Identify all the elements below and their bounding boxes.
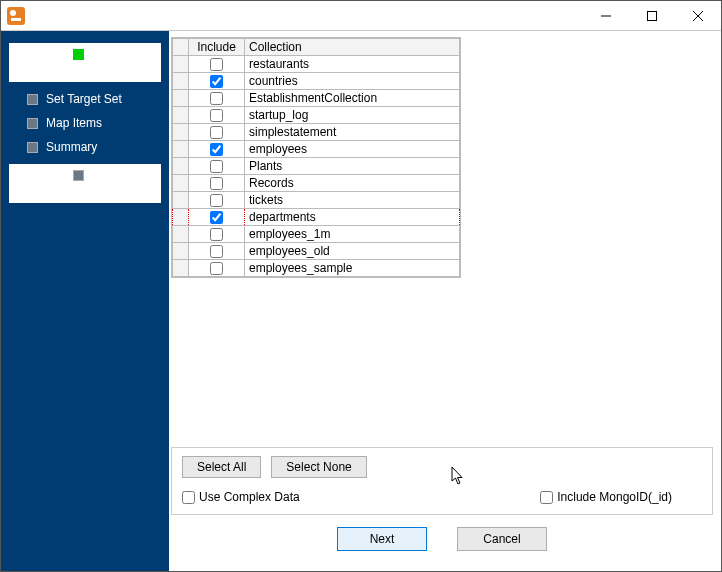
collections-table-wrap: Include Collection restaurantscountriesE… xyxy=(171,37,461,278)
include-checkbox[interactable] xyxy=(210,109,223,122)
row-header-blank xyxy=(173,39,189,56)
include-checkbox[interactable] xyxy=(210,126,223,139)
cancel-button[interactable]: Cancel xyxy=(457,527,547,551)
collection-cell[interactable]: Records xyxy=(245,175,460,192)
include-mongoid-checkbox[interactable] xyxy=(540,491,553,504)
table-row[interactable]: Records xyxy=(173,175,460,192)
include-cell[interactable] xyxy=(189,107,245,124)
include-checkbox[interactable] xyxy=(210,75,223,88)
table-row[interactable]: restaurants xyxy=(173,56,460,73)
include-cell[interactable] xyxy=(189,141,245,158)
row-handle[interactable] xyxy=(173,226,189,243)
table-row[interactable]: simplestatement xyxy=(173,124,460,141)
row-handle[interactable] xyxy=(173,243,189,260)
step-label: Convert Data xyxy=(47,181,118,195)
include-checkbox[interactable] xyxy=(210,177,223,190)
select-all-button[interactable]: Select All xyxy=(182,456,261,478)
use-complex-data-checkbox[interactable] xyxy=(182,491,195,504)
include-mongoid-option[interactable]: Include MongoID(_id) xyxy=(540,490,672,504)
row-handle[interactable] xyxy=(173,260,189,277)
table-row[interactable]: startup_log xyxy=(173,107,460,124)
include-cell[interactable] xyxy=(189,209,245,226)
main-panel: Include Collection restaurantscountriesE… xyxy=(169,31,721,571)
step-indicator-icon xyxy=(27,118,38,129)
wizard-step[interactable]: Set Target Set xyxy=(27,92,161,106)
wizard-step[interactable]: Map Items xyxy=(27,116,161,130)
maximize-button[interactable] xyxy=(629,1,675,31)
row-handle[interactable] xyxy=(173,90,189,107)
wizard-sidebar: Open Source SetSet Target SetMap ItemsSu… xyxy=(1,31,169,571)
wizard-step[interactable]: Open Source Set xyxy=(9,43,161,82)
collection-cell[interactable]: countries xyxy=(245,73,460,90)
minimize-button[interactable] xyxy=(583,1,629,31)
include-cell[interactable] xyxy=(189,175,245,192)
include-checkbox[interactable] xyxy=(210,92,223,105)
include-cell[interactable] xyxy=(189,192,245,209)
use-complex-data-option[interactable]: Use Complex Data xyxy=(182,490,300,504)
include-cell[interactable] xyxy=(189,73,245,90)
row-handle[interactable] xyxy=(173,73,189,90)
collections-table: Include Collection restaurantscountriesE… xyxy=(172,38,460,277)
collection-cell[interactable]: departments xyxy=(245,209,460,226)
titlebar xyxy=(1,1,721,31)
include-cell[interactable] xyxy=(189,226,245,243)
table-row[interactable]: EstablishmentCollection xyxy=(173,90,460,107)
wizard-step[interactable]: Convert Data xyxy=(9,164,161,203)
collection-cell[interactable]: EstablishmentCollection xyxy=(245,90,460,107)
row-handle[interactable] xyxy=(173,124,189,141)
table-row[interactable]: countries xyxy=(173,73,460,90)
include-checkbox[interactable] xyxy=(210,245,223,258)
collection-cell[interactable]: tickets xyxy=(245,192,460,209)
collection-cell[interactable]: simplestatement xyxy=(245,124,460,141)
include-checkbox[interactable] xyxy=(210,228,223,241)
row-handle[interactable] xyxy=(173,56,189,73)
include-checkbox[interactable] xyxy=(210,143,223,156)
collection-cell[interactable]: Plants xyxy=(245,158,460,175)
row-handle[interactable] xyxy=(173,107,189,124)
collection-cell[interactable]: employees_1m xyxy=(245,226,460,243)
use-complex-data-label: Use Complex Data xyxy=(199,490,300,504)
step-indicator-icon xyxy=(73,49,84,60)
table-row[interactable]: employees xyxy=(173,141,460,158)
collection-cell[interactable]: restaurants xyxy=(245,56,460,73)
svg-rect-1 xyxy=(648,11,657,20)
row-handle[interactable] xyxy=(173,192,189,209)
collection-cell[interactable]: employees xyxy=(245,141,460,158)
include-checkbox[interactable] xyxy=(210,262,223,275)
include-cell[interactable] xyxy=(189,124,245,141)
row-handle[interactable] xyxy=(173,209,189,226)
app-window: Open Source SetSet Target SetMap ItemsSu… xyxy=(0,0,722,572)
select-none-button[interactable]: Select None xyxy=(271,456,366,478)
collection-cell[interactable]: startup_log xyxy=(245,107,460,124)
include-cell[interactable] xyxy=(189,90,245,107)
include-checkbox[interactable] xyxy=(210,211,223,224)
next-button[interactable]: Next xyxy=(337,527,427,551)
include-checkbox[interactable] xyxy=(210,58,223,71)
include-cell[interactable] xyxy=(189,56,245,73)
col-header-collection[interactable]: Collection xyxy=(245,39,460,56)
table-row[interactable]: Plants xyxy=(173,158,460,175)
row-handle[interactable] xyxy=(173,175,189,192)
table-row[interactable]: employees_sample xyxy=(173,260,460,277)
col-header-include[interactable]: Include xyxy=(189,39,245,56)
include-cell[interactable] xyxy=(189,243,245,260)
include-cell[interactable] xyxy=(189,260,245,277)
wizard-step[interactable]: Summary xyxy=(27,140,161,154)
window-body: Open Source SetSet Target SetMap ItemsSu… xyxy=(1,31,721,571)
row-handle[interactable] xyxy=(173,141,189,158)
include-checkbox[interactable] xyxy=(210,194,223,207)
app-icon xyxy=(7,7,25,25)
table-row[interactable]: employees_old xyxy=(173,243,460,260)
include-checkbox[interactable] xyxy=(210,160,223,173)
collection-cell[interactable]: employees_sample xyxy=(245,260,460,277)
table-row[interactable]: tickets xyxy=(173,192,460,209)
include-mongoid-label: Include MongoID(_id) xyxy=(557,490,672,504)
table-row[interactable]: departments xyxy=(173,209,460,226)
close-button[interactable] xyxy=(675,1,721,31)
step-indicator-icon xyxy=(27,94,38,105)
include-cell[interactable] xyxy=(189,158,245,175)
step-indicator-icon xyxy=(73,170,84,181)
collection-cell[interactable]: employees_old xyxy=(245,243,460,260)
row-handle[interactable] xyxy=(173,158,189,175)
table-row[interactable]: employees_1m xyxy=(173,226,460,243)
